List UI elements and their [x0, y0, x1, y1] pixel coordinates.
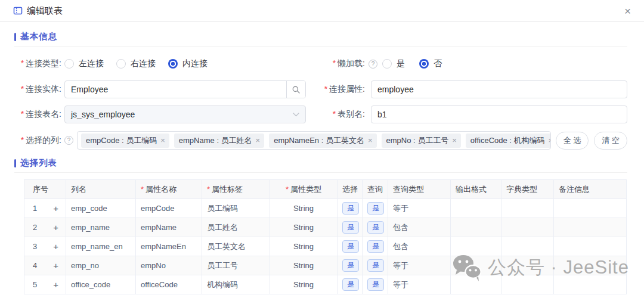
cell-output-format: [451, 256, 501, 275]
cell-remarks: [554, 237, 627, 256]
cell-dict-type: [501, 218, 554, 237]
select-toggle-badge[interactable]: 是: [342, 259, 359, 272]
required-mark: *: [333, 109, 336, 119]
drag-handle-icon[interactable]: +: [53, 203, 58, 213]
tag-remove-icon[interactable]: ×: [256, 133, 261, 148]
required-mark: *: [207, 185, 210, 194]
table-alias-input[interactable]: b1: [371, 105, 627, 123]
join-entity-input[interactable]: Employee: [65, 85, 286, 94]
cell-dict-type: [501, 237, 554, 256]
col-header-7: 查询: [363, 180, 388, 199]
join-entity-label: *连接实体:: [14, 84, 61, 95]
col-header-6: 选择: [338, 180, 363, 199]
join-attr-input[interactable]: employee: [371, 80, 627, 98]
drag-handle-icon[interactable]: +: [53, 280, 58, 290]
select-toggle-badge[interactable]: 是: [342, 240, 359, 253]
drag-handle-icon[interactable]: +: [53, 241, 58, 251]
col-header-5: *属性类型: [270, 180, 338, 199]
select-all-button[interactable]: 全 选: [556, 132, 589, 150]
help-icon[interactable]: ?: [64, 136, 73, 145]
table-form-icon: [13, 6, 23, 15]
tag-remove-icon[interactable]: ×: [452, 133, 457, 148]
cell-dict-type: [501, 256, 554, 275]
cell-query: 是: [363, 218, 388, 237]
select-toggle-badge[interactable]: 是: [342, 221, 359, 234]
cell-output-format: [451, 275, 501, 294]
cell-row-number: 2+: [24, 218, 66, 237]
cell-column-name: emp_name: [66, 218, 136, 237]
cell-remarks: [554, 256, 627, 275]
clear-button[interactable]: 清 空: [594, 132, 627, 150]
query-toggle-badge[interactable]: 是: [367, 202, 384, 215]
cell-remarks: [554, 218, 627, 237]
required-mark: *: [286, 185, 289, 194]
select-toggle-badge[interactable]: 是: [342, 202, 359, 215]
tag-remove-icon[interactable]: ×: [160, 133, 165, 148]
required-mark: *: [21, 84, 24, 94]
cell-attr-label: 员工工号: [202, 256, 270, 275]
required-mark: *: [141, 185, 144, 194]
cell-column-name: emp_name_en: [66, 237, 136, 256]
row-number: 2: [33, 223, 37, 232]
selected-columns-box[interactable]: empCode : 员工编码×empName : 员工姓名×empNameEn …: [77, 131, 551, 150]
cell-attr-label: 员工姓名: [202, 218, 270, 237]
cell-query: 是: [363, 237, 388, 256]
col-header-11: 备注信息: [554, 180, 627, 199]
tag-remove-icon[interactable]: ×: [368, 133, 373, 148]
required-mark: *: [21, 58, 24, 68]
table-row: 5+office_codeofficeCode机构编码String是是等于: [24, 275, 627, 294]
join-table-label: *连接表名:: [14, 109, 61, 120]
dialog-header: 编辑联表 ×: [0, 0, 644, 22]
radio-left-join[interactable]: 左连接: [64, 58, 104, 69]
section-column-list: 选择列表: [14, 157, 627, 173]
query-toggle-badge[interactable]: 是: [367, 278, 384, 291]
cell-row-number: 5+: [24, 275, 66, 294]
edit-join-table-dialog: 编辑联表 × 基本信息 *连接类型: 左连接 右连接: [0, 0, 644, 295]
cell-attr-label: 员工编码: [202, 199, 270, 218]
column-tag: empNameEn : 员工英文名×: [269, 133, 376, 148]
column-tag-label: empNameEn : 员工英文名: [274, 133, 364, 148]
selected-columns-label: *选择的列:: [14, 135, 61, 146]
cell-row-number: 3+: [24, 237, 66, 256]
cell-attr-type: String: [270, 199, 338, 218]
required-mark: *: [324, 84, 327, 94]
query-toggle-badge[interactable]: 是: [367, 259, 384, 272]
section-basic-info: 基本信息: [14, 31, 627, 47]
drag-handle-icon[interactable]: +: [53, 222, 58, 232]
close-icon[interactable]: ×: [624, 5, 631, 17]
radio-circle: [116, 59, 126, 69]
help-icon[interactable]: ?: [369, 60, 377, 69]
radio-lazy-yes[interactable]: 是: [382, 58, 405, 69]
drag-handle-icon[interactable]: +: [53, 260, 58, 271]
join-table-select[interactable]: js_sys_employee: [64, 105, 306, 123]
chevron-down-icon: [293, 113, 299, 117]
section-bar: [14, 33, 16, 41]
search-icon: [292, 85, 301, 94]
query-toggle-badge[interactable]: 是: [367, 221, 384, 234]
entity-search-button[interactable]: [286, 81, 305, 98]
join-type-label: *连接类型:: [14, 58, 61, 69]
required-mark: *: [21, 135, 24, 145]
cell-attr-name: empCode: [136, 199, 202, 218]
section-bar: [14, 159, 16, 167]
cell-query-type: 包含: [388, 218, 451, 237]
cell-output-format: [451, 218, 501, 237]
cell-row-number: 1+: [24, 199, 66, 218]
radio-inner-join[interactable]: 内连接: [168, 58, 208, 69]
column-tag: officeCode : 机构编码×: [466, 133, 551, 148]
tag-remove-icon[interactable]: ×: [549, 133, 551, 148]
col-header-9: 输出格式: [451, 180, 501, 199]
col-header-2: 列名: [66, 180, 136, 199]
query-toggle-badge[interactable]: 是: [367, 240, 384, 253]
radio-circle: [382, 59, 392, 69]
column-tag-label: empCode : 员工编码: [86, 133, 157, 148]
table-alias-label: *表别名:: [306, 109, 365, 120]
cell-dict-type: [501, 275, 554, 294]
radio-right-join[interactable]: 右连接: [116, 58, 156, 69]
select-toggle-badge[interactable]: 是: [342, 278, 359, 291]
radio-label: 是: [397, 58, 405, 69]
radio-lazy-no[interactable]: 否: [419, 58, 442, 69]
cell-select: 是: [338, 275, 363, 294]
radio-label: 否: [434, 58, 442, 69]
join-table-value: js_sys_employee: [71, 110, 135, 119]
